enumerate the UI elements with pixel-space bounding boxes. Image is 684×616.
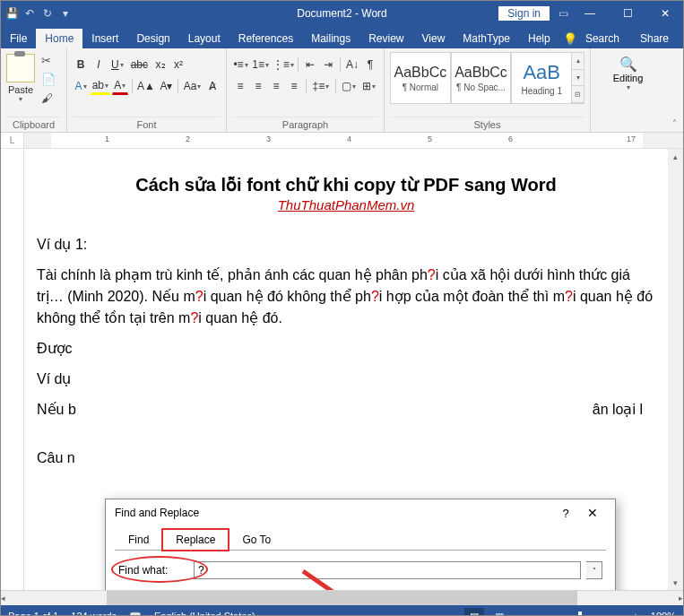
editing-button[interactable]: Editing (613, 73, 644, 83)
document-page[interactable]: Cách sửa lỗi font chữ khi copy từ PDF sa… (37, 160, 655, 469)
editing-icon[interactable]: 🔍 (619, 56, 637, 73)
format-painter-icon[interactable]: 🖌 (41, 91, 56, 105)
find-what-label: Find what: (118, 564, 188, 577)
tab-home[interactable]: Home (36, 29, 82, 48)
doc-paragraph: Câu n (37, 447, 655, 469)
justify-button[interactable]: ≡ (286, 77, 302, 95)
scroll-right-icon[interactable]: ▸ (679, 591, 683, 606)
styles-scroll[interactable]: ▴▾⊟ (572, 52, 584, 104)
dialog-tab-goto[interactable]: Go To (229, 529, 284, 551)
share-button[interactable]: Share (633, 30, 676, 47)
find-dropdown-icon[interactable]: ˅ (586, 561, 602, 579)
vertical-scrollbar[interactable]: ▴ ▾ (668, 149, 683, 590)
font-color-button[interactable]: A▾ (112, 77, 128, 95)
page-indicator[interactable]: Page 1 of 1 (8, 611, 58, 616)
underline-button[interactable]: U▾ (108, 56, 126, 74)
tab-mailings[interactable]: Mailings (302, 29, 359, 48)
cut-icon[interactable]: ✂ (41, 54, 56, 67)
line-spacing-button[interactable]: ‡≡▾ (310, 77, 332, 95)
align-left-button[interactable]: ≡ (232, 77, 248, 95)
increase-indent-button[interactable]: ⇥ (320, 56, 336, 74)
doc-paragraph: Tài chính là phạm trù kinh tế, phản ánh … (37, 265, 655, 329)
multilevel-button[interactable]: ⋮≡▾ (272, 56, 294, 74)
style-no-spacing[interactable]: AaBbCc ¶ No Spac... (451, 52, 512, 104)
group-font: Font (73, 117, 221, 132)
zoom-in-button[interactable]: + (626, 608, 645, 616)
align-center-button[interactable]: ≡ (250, 77, 266, 95)
language-indicator[interactable]: English (United States) (154, 611, 255, 616)
bold-button[interactable]: B (73, 56, 89, 74)
ribbon-options-icon[interactable]: ▭ (556, 6, 570, 21)
text-effects-button[interactable]: A▾ (73, 77, 89, 95)
highlight-button[interactable]: ab▾ (91, 77, 110, 95)
style-heading1[interactable]: AaB Heading 1 (511, 52, 572, 104)
tab-help[interactable]: Help (519, 29, 559, 48)
copy-icon[interactable]: 📄 (41, 73, 56, 86)
web-layout-button[interactable]: ▦ (489, 608, 509, 616)
italic-button[interactable]: I (91, 56, 107, 74)
shading-button[interactable]: ▢▾ (340, 77, 359, 95)
qat-customize-icon[interactable]: ▾ (58, 6, 73, 21)
shrink-font-button[interactable]: A▾ (158, 77, 174, 95)
group-styles: Styles (390, 117, 584, 132)
find-what-input[interactable] (194, 561, 581, 579)
numbering-button[interactable]: 1≡▾ (251, 56, 270, 74)
search-box[interactable]: Search (580, 29, 625, 48)
collapse-ribbon-button[interactable]: ˄ (665, 48, 683, 132)
dialog-close-button[interactable]: ✕ (579, 506, 606, 520)
print-layout-button[interactable]: ▤ (464, 608, 484, 616)
tab-mathtype[interactable]: MathType (454, 29, 519, 48)
horizontal-scrollbar[interactable]: ◂ ▸ (1, 590, 683, 605)
scroll-thumb[interactable] (107, 591, 578, 605)
group-clipboard: Clipboard (6, 117, 61, 132)
close-button[interactable]: ✕ (647, 1, 683, 26)
dialog-title: Find and Replace (115, 507, 552, 519)
ruler-corner: L (1, 133, 24, 148)
change-case-button[interactable]: Aa▾ (182, 77, 203, 95)
zoom-level[interactable]: 100% (651, 611, 676, 616)
style-normal[interactable]: AaBbCc ¶ Normal (390, 52, 451, 104)
scroll-up-icon[interactable]: ▴ (668, 149, 683, 164)
document-area: Cách sửa lỗi font chữ khi copy từ PDF sa… (1, 149, 683, 590)
redo-icon[interactable]: ↻ (40, 6, 55, 21)
zoom-out-button[interactable]: − (515, 608, 534, 616)
window-title: Document2 - Word (297, 7, 386, 20)
tab-review[interactable]: Review (359, 29, 412, 48)
spellcheck-icon[interactable]: 📖 (129, 611, 142, 617)
align-right-button[interactable]: ≡ (268, 77, 284, 95)
borders-button[interactable]: ⊞▾ (360, 77, 378, 95)
sort-button[interactable]: A↓ (344, 56, 360, 74)
maximize-button[interactable]: ☐ (610, 1, 645, 26)
tab-design[interactable]: Design (127, 29, 178, 48)
word-count[interactable]: 124 words (71, 611, 117, 616)
superscript-button[interactable]: x² (170, 56, 186, 74)
tab-file[interactable]: File (1, 29, 36, 48)
read-mode-button[interactable]: ▭ (439, 608, 459, 616)
undo-icon[interactable]: ↶ (22, 6, 37, 21)
paste-icon[interactable] (6, 54, 35, 82)
tab-insert[interactable]: Insert (82, 29, 127, 48)
subscript-button[interactable]: x₂ (152, 56, 169, 74)
grow-font-button[interactable]: A▲ (135, 77, 156, 95)
clear-formatting-button[interactable]: A̷ (204, 77, 221, 95)
minimize-button[interactable]: ― (572, 1, 608, 26)
scroll-down-icon[interactable]: ▾ (668, 575, 683, 590)
signin-button[interactable]: Sign in (498, 5, 550, 22)
strikethrough-button[interactable]: abc (128, 56, 151, 74)
dialog-tab-find[interactable]: Find (115, 529, 162, 551)
ruler-horizontal: L 1 2 3 4 5 6 17 (1, 133, 683, 149)
show-marks-button[interactable]: ¶ (362, 56, 378, 74)
autosave-icon[interactable]: 💾 (4, 6, 19, 21)
doc-paragraph: Được (37, 338, 655, 360)
dialog-help-button[interactable]: ? (552, 507, 579, 520)
doc-title: Cách sửa lỗi font chữ khi copy từ PDF sa… (37, 174, 655, 195)
search-icon: 💡 (563, 32, 577, 46)
ruler-vertical (1, 149, 24, 590)
dialog-tab-replace[interactable]: Replace (162, 529, 229, 551)
bullets-button[interactable]: •≡▾ (232, 56, 249, 74)
tab-view[interactable]: View (413, 29, 455, 48)
tab-layout[interactable]: Layout (179, 29, 229, 48)
tab-references[interactable]: References (229, 29, 302, 48)
paste-button[interactable]: Paste (8, 84, 33, 95)
decrease-indent-button[interactable]: ⇤ (302, 56, 318, 74)
